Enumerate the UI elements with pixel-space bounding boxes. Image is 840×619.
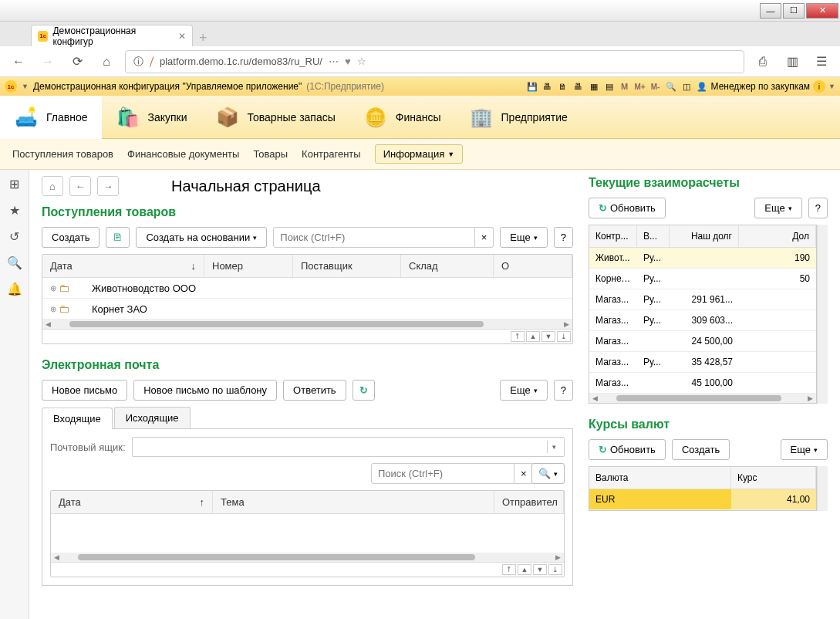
col-o[interactable]: О — [494, 255, 572, 277]
col-debt[interactable]: Дол — [739, 225, 816, 247]
table-row[interactable]: Корнет...Ру...50 — [589, 269, 816, 289]
more-button[interactable]: Еще ▾ — [500, 380, 547, 401]
history-icon[interactable]: ↺ — [7, 228, 22, 244]
url-bar[interactable]: ⓘ ⧸ platform.demo.1c.ru/demo83/ru_RU/ ⋯ … — [125, 50, 744, 73]
new-message-button[interactable]: Новое письмо — [42, 380, 127, 401]
nav-main[interactable]: 🛋️ Главное — [0, 96, 102, 139]
table-row[interactable]: ⊕🗀 Животноводство ООО — [42, 278, 572, 299]
user-label[interactable]: Менеджер по закупкам — [711, 81, 811, 92]
user-menu-arrow-icon[interactable]: ▼ — [828, 83, 835, 90]
zoom-icon[interactable]: 🔍 — [665, 80, 677, 93]
v-scrollbar[interactable] — [817, 225, 828, 404]
expand-icon[interactable]: ⊕ — [50, 305, 56, 313]
help-icon[interactable]: i — [813, 80, 825, 93]
app-menu-arrow-icon[interactable]: ▼ — [22, 83, 29, 90]
table-row[interactable]: Магаз...24 500,00 — [589, 331, 816, 352]
browser-tab[interactable]: 1c Демонстрационная конфигур ✕ — [31, 25, 193, 46]
home-button[interactable]: ⌂ — [96, 51, 117, 73]
receipts-search-input[interactable] — [273, 227, 474, 248]
page-forward-button[interactable]: → — [97, 176, 119, 196]
table-row[interactable]: EUR 41,00 — [589, 489, 816, 510]
create-based-button[interactable]: Создать на основании ▾ — [136, 227, 267, 248]
subnav-goods[interactable]: Товары — [253, 148, 288, 160]
tab-outbox[interactable]: Исходящие — [114, 407, 191, 428]
help-button[interactable]: ? — [808, 198, 828, 218]
tab-close-icon[interactable]: ✕ — [178, 31, 186, 42]
table-row[interactable]: ⊕🗀 Корнет ЗАО — [42, 299, 572, 320]
reload-button[interactable]: ⟳ — [66, 51, 88, 73]
subnav-receipts[interactable]: Поступления товаров — [12, 148, 113, 160]
subnav-counterparties[interactable]: Контрагенты — [302, 148, 361, 160]
up-icon[interactable]: ▲ — [518, 564, 531, 575]
col-subject[interactable]: Тема — [213, 491, 494, 513]
save-icon[interactable]: 💾 — [526, 80, 538, 93]
table-row[interactable]: Магаз...Ру...291 961... — [589, 289, 816, 310]
up-icon[interactable]: ▲ — [526, 331, 540, 342]
col-date[interactable]: Дата↓ — [42, 255, 204, 277]
star-icon[interactable]: ★ — [7, 202, 22, 218]
more-button[interactable]: Еще ▾ — [500, 227, 547, 248]
print2-icon[interactable]: 🖶 — [572, 80, 585, 93]
col-rate[interactable]: Курс — [731, 467, 816, 489]
calc-icon[interactable]: ▤ — [603, 80, 616, 93]
col-counterparty[interactable]: Контр... — [589, 225, 637, 247]
h-scrollbar[interactable]: ◀▶ — [42, 320, 572, 329]
print-icon[interactable]: 🖶 — [541, 80, 554, 93]
menu-icon[interactable]: ☰ — [811, 51, 832, 73]
reply-button[interactable]: Ответить — [283, 380, 346, 401]
table-row[interactable]: Живот...Ру...190 — [589, 248, 816, 269]
subnav-findocs[interactable]: Финансовые документы — [127, 148, 239, 160]
calendar-icon[interactable]: ▦ — [588, 80, 600, 93]
create-button[interactable]: Создать — [42, 227, 100, 248]
minimize-button[interactable]: — — [760, 3, 781, 19]
nav-purchases[interactable]: 🛍️ Закупки — [102, 96, 201, 139]
tab-inbox[interactable]: Входящие — [42, 408, 113, 429]
nav-stock[interactable]: 📦 Товарные запасы — [201, 96, 349, 139]
new-template-button[interactable]: Новое письмо по шаблону — [133, 380, 277, 401]
search-clear-button[interactable]: × — [514, 463, 534, 484]
more-button[interactable]: Еще ▾ — [754, 198, 801, 218]
star-icon[interactable]: ☆ — [357, 56, 366, 67]
expand-icon[interactable]: ⊕ — [50, 284, 56, 293]
help-button[interactable]: ? — [554, 380, 573, 401]
table-row[interactable]: Магаз...Ру...35 428,57 — [589, 352, 816, 373]
apps-icon[interactable]: ⊞ — [7, 176, 22, 191]
nav-finance[interactable]: 🪙 Финансы — [349, 96, 455, 139]
last-icon[interactable]: ⤓ — [548, 564, 562, 575]
ellipsis-icon[interactable]: ⋯ — [329, 56, 339, 67]
col-our-debt[interactable]: Наш долг — [670, 225, 739, 247]
first-icon[interactable]: ⤒ — [502, 564, 516, 575]
last-icon[interactable]: ⤓ — [557, 331, 571, 342]
col-currency[interactable]: В... — [637, 225, 670, 247]
col-currency[interactable]: Валюта — [589, 467, 731, 489]
bell-icon[interactable]: 🔔 — [7, 281, 22, 296]
down-icon[interactable]: ▼ — [541, 331, 555, 342]
maximize-button[interactable]: ☐ — [783, 3, 805, 19]
table-row[interactable]: Магаз...45 100,00 — [589, 373, 816, 394]
h-scrollbar[interactable]: ◀▶ — [51, 553, 564, 562]
email-search-input[interactable] — [371, 463, 514, 484]
col-date[interactable]: Дата↑ — [51, 491, 213, 513]
down-icon[interactable]: ▼ — [533, 564, 547, 575]
more-button[interactable]: Еще ▾ — [781, 439, 828, 460]
search-button[interactable]: 🔍 ▾ — [531, 463, 565, 484]
library-icon[interactable]: ⎙ — [752, 51, 774, 73]
refresh-button[interactable]: ↻ — [353, 380, 375, 401]
new-tab-button[interactable]: + — [199, 30, 207, 46]
close-button[interactable]: ✕ — [806, 3, 838, 19]
help-button[interactable]: ? — [554, 227, 573, 248]
col-warehouse[interactable]: Склад — [401, 255, 494, 277]
subnav-info-button[interactable]: Информация ▼ — [375, 144, 464, 164]
first-icon[interactable]: ⤒ — [511, 331, 525, 342]
h-scrollbar[interactable]: ◀▶ — [589, 394, 816, 403]
table-row[interactable]: Магаз...Ру...309 603... — [589, 310, 816, 331]
home-page-button[interactable]: ⌂ — [42, 176, 63, 196]
back-button[interactable]: ← — [8, 51, 29, 73]
refresh-button[interactable]: ↻ Обновить — [589, 439, 666, 460]
v-scrollbar[interactable] — [817, 466, 828, 511]
col-supplier[interactable]: Поставщик — [293, 255, 401, 277]
create-button[interactable]: Создать — [672, 439, 730, 460]
preview-icon[interactable]: 🗎 — [557, 80, 569, 93]
col-number[interactable]: Номер — [204, 255, 293, 277]
col-sender[interactable]: Отправител — [494, 491, 564, 513]
